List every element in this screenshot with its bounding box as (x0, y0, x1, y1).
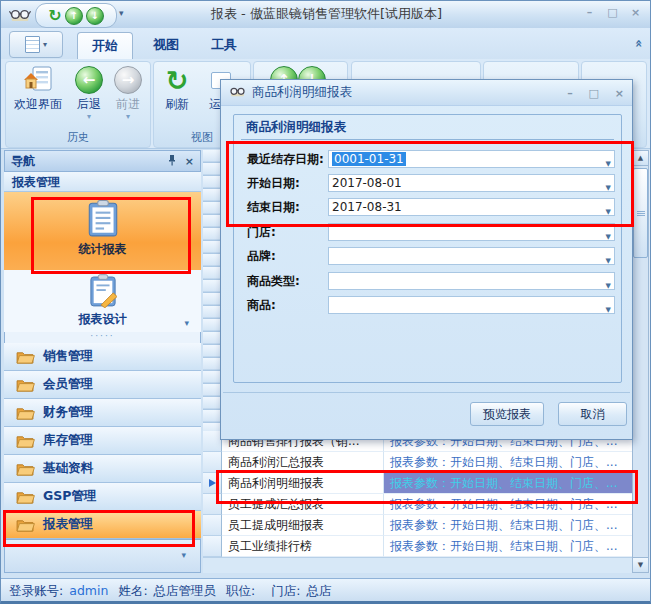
brand-input[interactable]: ▼ (328, 247, 615, 265)
close-button[interactable]: × (627, 5, 644, 20)
chevron-down-icon: ▾ (43, 40, 47, 49)
folder-icon (16, 462, 35, 476)
up-arrow-icon[interactable]: ↑ (65, 7, 83, 25)
dropdown-arrow-icon[interactable]: ▼ (606, 229, 611, 245)
field-label-start-date: 开始日期: (247, 174, 300, 192)
dropdown-arrow-icon[interactable]: ▼ (606, 156, 611, 172)
minimize-button[interactable]: – (581, 5, 598, 20)
last-closing-date-input[interactable]: 0001-01-31▼ (328, 150, 615, 168)
back-button[interactable]: ← 后退 ▾ (70, 64, 108, 121)
report-name-cell[interactable]: 员工业绩排行榜 (222, 536, 384, 557)
maximize-button[interactable]: □ (604, 5, 621, 20)
dropdown-arrow-icon[interactable]: ▼ (606, 253, 611, 269)
refresh-icon[interactable]: ↻ (48, 8, 61, 24)
row-header-cell (203, 473, 222, 494)
nav-folder-label: 销售管理 (43, 348, 93, 365)
dialog-maximize-button[interactable]: □ (589, 87, 599, 100)
nav-folder-basic-data[interactable]: 基础资料 (4, 455, 201, 483)
report-params-cell[interactable]: 报表参数：开始日期、结束日期、门店、... (384, 452, 632, 473)
pin-icon[interactable] (167, 154, 177, 169)
table-row[interactable]: 员工提成明细报表 报表参数：开始日期、结束日期、门店、... (203, 515, 632, 536)
nav-folder-finance[interactable]: 财务管理 (4, 399, 201, 427)
forward-button[interactable]: → 前进 ▾ (109, 64, 147, 121)
dialog-minimize-button[interactable]: – (567, 87, 573, 100)
nav-folder-label: 库存管理 (43, 432, 93, 449)
nav-folder-label: 报表管理 (43, 516, 93, 533)
row-header-cell (203, 494, 222, 515)
window-title: 报表 - 傲蓝眼镜销售管理软件[试用版本] (151, 1, 502, 27)
start-date-input[interactable]: 2017-08-01▼ (328, 174, 615, 192)
scroll-up-button[interactable]: ▲ (632, 150, 649, 166)
field-label-product-type: 商品类型: (247, 272, 300, 290)
welcome-button-label: 欢迎界面 (14, 97, 62, 111)
app-glasses-icon (9, 6, 31, 25)
chevron-down-icon[interactable]: ▾ (181, 550, 186, 560)
nav-footer: ▾ (4, 539, 201, 573)
tab-view[interactable]: 视图 (141, 32, 191, 58)
nav-item-statistics-report[interactable]: 统计报表 (4, 192, 201, 270)
window-controls: – □ × (581, 5, 644, 20)
scrollbar-thumb[interactable] (633, 168, 648, 258)
field-label-end-date: 结束日期: (247, 198, 300, 216)
forward-dropdown-icon[interactable]: ▾ (109, 113, 147, 121)
tab-tools[interactable]: 工具 (199, 32, 249, 58)
nav-folder-members[interactable]: 会员管理 (4, 371, 201, 399)
folder-icon (16, 518, 35, 532)
collapse-ribbon-icon[interactable]: « (631, 39, 646, 47)
row-header-cell (203, 452, 222, 473)
status-bar: 登录账号:admin 姓名:总店管理员 职位: 门店:总店 (1, 578, 651, 602)
dialog-close-button[interactable]: × (615, 87, 624, 100)
qat-customize-dropdown-icon[interactable]: ▾ (119, 8, 124, 18)
tab-start[interactable]: 开始 (77, 32, 133, 59)
back-dropdown-icon[interactable]: ▾ (70, 113, 108, 121)
dropdown-arrow-icon[interactable]: ▼ (606, 302, 611, 318)
nav-folder-inventory[interactable]: 库存管理 (4, 427, 201, 455)
report-params-cell[interactable]: 报表参数：开始日期、结束日期、门店、... (384, 494, 632, 515)
table-row-selected[interactable]: 商品利润明细报表 报表参数：开始日期、结束日期、门店、... (203, 473, 632, 494)
dropdown-arrow-icon[interactable]: ▼ (606, 180, 611, 196)
scroll-down-button[interactable]: ▼ (632, 557, 649, 573)
table-row[interactable]: 员工业绩排行榜 报表参数：开始日期、结束日期、门店、... (203, 536, 632, 557)
report-params-cell[interactable]: 报表参数：开始日期、结束日期、门店、... (384, 536, 632, 557)
nav-close-icon[interactable]: × (185, 155, 194, 168)
nav-folder-label: 基础资料 (43, 460, 93, 477)
report-name-cell[interactable]: 员工提成明细报表 (222, 515, 384, 536)
product-type-input[interactable]: ▼ (328, 272, 615, 290)
forward-button-label: 前进 (116, 97, 140, 111)
groupbox-title: 商品利润明细报表 (246, 119, 346, 136)
nav-section-header[interactable]: 报表管理 (4, 172, 201, 192)
application-menu-button[interactable]: ▾ (9, 31, 63, 58)
nav-folder-label: 会员管理 (43, 376, 93, 393)
field-label-last-closing-date: 最近结存日期: (247, 150, 324, 168)
refresh-button[interactable]: ↻ 刷新 (156, 64, 198, 113)
nav-folder-gsp[interactable]: GSP管理 (4, 483, 201, 511)
product-input[interactable]: ▼ (328, 296, 615, 314)
dropdown-arrow-icon[interactable]: ▼ (606, 204, 611, 220)
down-arrow-icon[interactable]: ↓ (86, 7, 104, 25)
report-name-cell[interactable]: 商品利润明细报表 (222, 473, 384, 494)
dropdown-arrow-icon[interactable]: ▼ (606, 278, 611, 294)
report-params-cell[interactable]: 报表参数：开始日期、结束日期、门店、... (384, 473, 632, 494)
nav-folder-reports[interactable]: 报表管理 (4, 511, 201, 539)
chevron-down-icon[interactable]: ▾ (184, 318, 189, 328)
store-input[interactable]: ▼ (328, 223, 615, 241)
nav-item-report-design[interactable]: 报表设计 ▾ (4, 270, 201, 332)
report-params-cell[interactable]: 报表参数：开始日期、结束日期、门店、... (384, 515, 632, 536)
report-name-cell[interactable]: 员工提成汇总报表 (222, 494, 384, 515)
welcome-screen-button[interactable]: 欢迎界面 (8, 64, 68, 113)
dialog-glasses-icon (229, 85, 246, 100)
cancel-button[interactable]: 取消 (558, 402, 627, 426)
nav-folder-sales[interactable]: 销售管理 (4, 343, 201, 371)
table-row[interactable]: 员工提成汇总报表 报表参数：开始日期、结束日期、门店、... (203, 494, 632, 515)
title-bar: ↻ ↑ ↓ ▾ 报表 - 傲蓝眼镜销售管理软件[试用版本] – □ × (1, 1, 651, 28)
end-date-input[interactable]: 2017-08-31▼ (328, 198, 615, 216)
dialog-title-bar[interactable]: 商品利润明细报表 – □ × (221, 80, 632, 106)
group-label-history: 历史 (6, 130, 150, 145)
report-name-cell[interactable]: 商品利润汇总报表 (222, 452, 384, 473)
name-value: 总店管理员 (154, 583, 217, 598)
table-row[interactable]: 商品利润汇总报表 报表参数：开始日期、结束日期、门店、... (203, 452, 632, 473)
nav-splitter[interactable]: ····· (4, 332, 201, 343)
preview-report-button[interactable]: 预览报表 (470, 402, 544, 426)
forward-arrow-icon: → (114, 66, 142, 94)
ribbon-group-history: 欢迎界面 ← 后退 ▾ → 前进 ▾ 历史 (5, 61, 151, 148)
